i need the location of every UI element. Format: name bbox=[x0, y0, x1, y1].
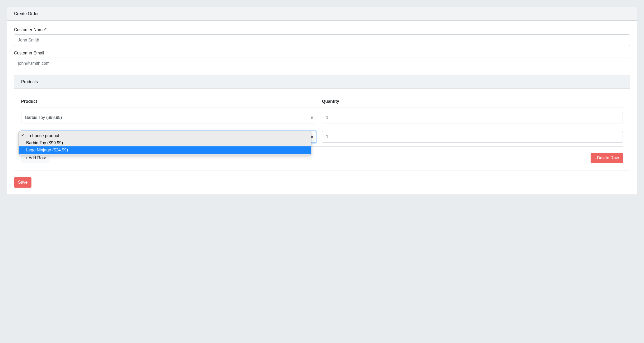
save-row: Save bbox=[14, 177, 630, 188]
col-quantity-header: Quantity bbox=[322, 96, 623, 108]
products-table: Product Quantity Barbie Toy ($99.99) bbox=[21, 96, 623, 147]
products-header: Products bbox=[14, 75, 630, 89]
card-header: Create Order bbox=[7, 7, 637, 21]
create-order-card: Create Order Customer Name* Customer Ema… bbox=[7, 7, 637, 195]
table-row: Barbie Toy ($99.99) bbox=[21, 108, 623, 127]
customer-name-input[interactable] bbox=[14, 34, 630, 46]
product-dropdown-menu: -- choose product -- Barbie Toy ($99.99)… bbox=[19, 131, 311, 155]
card-body: Customer Name* Customer Email Products P… bbox=[7, 21, 637, 194]
dropdown-option-label: Lego Ninjago ($24.99) bbox=[26, 148, 68, 152]
products-card: Products Product Quantity bbox=[14, 75, 630, 170]
customer-email-group: Customer Email bbox=[14, 51, 630, 69]
delete-row-button[interactable]: - Delete Row bbox=[591, 153, 623, 163]
product-select[interactable]: Barbie Toy ($99.99) bbox=[21, 112, 316, 123]
customer-email-label: Customer Email bbox=[14, 51, 630, 55]
product-select-wrap: Barbie Toy ($99.99) bbox=[21, 112, 316, 123]
product-select-value: Barbie Toy ($99.99) bbox=[25, 115, 62, 120]
table-row: -- choose product -- -- choose product bbox=[21, 127, 623, 147]
dropdown-option[interactable]: Lego Ninjago ($24.99) bbox=[19, 146, 311, 154]
customer-email-input[interactable] bbox=[14, 58, 630, 69]
customer-name-label: Customer Name* bbox=[14, 27, 630, 32]
dropdown-option[interactable]: Barbie Toy ($99.99) bbox=[19, 139, 311, 146]
customer-name-group: Customer Name* bbox=[14, 27, 630, 46]
quantity-input[interactable] bbox=[322, 131, 623, 143]
products-title: Products bbox=[21, 80, 38, 84]
dropdown-option-label: -- choose product -- bbox=[26, 133, 63, 138]
product-select-wrap: -- choose product -- -- choose product bbox=[21, 131, 316, 143]
quantity-input[interactable] bbox=[322, 112, 623, 123]
dropdown-option-label: Barbie Toy ($99.99) bbox=[26, 141, 63, 145]
col-product-header: Product bbox=[21, 96, 322, 108]
products-body: Product Quantity Barbie Toy ($99.99) bbox=[14, 89, 630, 170]
dropdown-option[interactable]: -- choose product -- bbox=[19, 132, 311, 139]
page-title: Create Order bbox=[14, 11, 39, 16]
save-button[interactable]: Save bbox=[14, 177, 31, 188]
